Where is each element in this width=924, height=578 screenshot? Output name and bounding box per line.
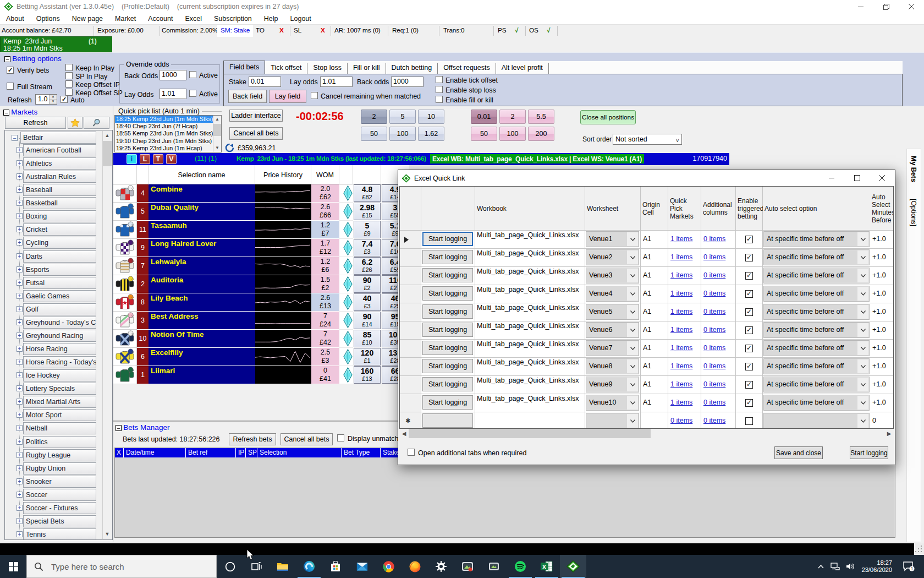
- start-logging-button[interactable]: Start logging: [422, 395, 473, 410]
- taskbar-icon-betting-assistant[interactable]: [560, 555, 586, 578]
- my-bets-panel[interactable]: My Bets [Options]: [906, 149, 921, 542]
- chevron-down-icon[interactable]: [857, 305, 868, 319]
- start-logging-button[interactable]: Start logging: [422, 377, 473, 391]
- spin-up[interactable]: ▲: [50, 95, 57, 100]
- taskbar-icon-capture2[interactable]: [481, 555, 507, 578]
- dialog-start-logging-button[interactable]: Start logging: [850, 446, 888, 459]
- taskbar-icon-cortana[interactable]: [217, 555, 243, 578]
- sidebar-item-soccer-fixtures[interactable]: Soccer - Fixtures: [23, 502, 96, 514]
- row-selector[interactable]: [400, 267, 421, 285]
- taskbar-icon-chrome[interactable]: [375, 555, 402, 578]
- enable-fill-or-kill-checkbox[interactable]: [436, 96, 443, 103]
- sidebar-item-special-bets[interactable]: Special Bets: [23, 515, 96, 527]
- chevron-down-icon[interactable]: [627, 232, 638, 246]
- quick-pick-markets-link[interactable]: 1 items: [670, 399, 692, 406]
- minutes-before-cell[interactable]: +1.0: [870, 358, 894, 376]
- taskbar-icon-excel[interactable]: X: [534, 555, 560, 578]
- info-bar-button-v[interactable]: V: [166, 154, 177, 164]
- sidebar-item-darts[interactable]: Darts: [23, 250, 96, 263]
- worksheet-select[interactable]: Venue6: [586, 322, 639, 338]
- cancel-all-bets-button[interactable]: Cancel all bets: [229, 127, 283, 140]
- sidebar-item-rugby-union[interactable]: Rugby Union: [23, 462, 96, 475]
- selection-name[interactable]: Long Haired Lover: [148, 239, 255, 257]
- expand-icon[interactable]: +: [16, 253, 23, 259]
- chevron-down-icon[interactable]: [857, 396, 868, 410]
- betting-options-collapse[interactable]: – Betting options: [4, 54, 62, 63]
- origin-cell[interactable]: A1: [641, 303, 668, 321]
- back-active-checkbox[interactable]: [189, 71, 196, 78]
- dialog-close-button[interactable]: [870, 170, 895, 186]
- origin-cell[interactable]: A1: [641, 267, 668, 285]
- row-selector[interactable]: [400, 303, 421, 321]
- tab-alt-level-profit[interactable]: Alt level profit: [496, 63, 549, 74]
- sidebar-item-golf[interactable]: Golf: [23, 303, 96, 315]
- selection-name[interactable]: Best Address: [148, 312, 255, 330]
- sidebar-item-motor-sport[interactable]: Motor Sport: [23, 409, 96, 421]
- scroll-down-icon[interactable]: ▼: [103, 530, 112, 539]
- origin-cell[interactable]: A1: [641, 358, 668, 376]
- collapse-icon[interactable]: –: [12, 135, 18, 141]
- additional-columns-link[interactable]: 0 items: [703, 290, 725, 297]
- sm-stake[interactable]: SM: Stake: [217, 25, 253, 37]
- lay-stake-button-200[interactable]: 200: [528, 127, 554, 141]
- row-selector[interactable]: [400, 340, 421, 358]
- chevron-down-icon[interactable]: [627, 305, 638, 319]
- taskbar-clock[interactable]: 18:27 23/06/2020: [857, 555, 892, 578]
- start-logging-button[interactable]: Start logging: [422, 323, 473, 337]
- sidebar-item-greyhound-racing[interactable]: Greyhound Racing: [23, 330, 96, 342]
- enable-triggered-betting-checkbox[interactable]: ✓: [745, 345, 753, 352]
- field-back-odds-input[interactable]: 1000: [391, 77, 424, 87]
- quick-pick-scrollbar[interactable]: ▲ ▼: [213, 116, 221, 152]
- sidebar-item-cycling[interactable]: Cycling: [23, 237, 96, 249]
- search-markets-button[interactable]: [84, 117, 109, 129]
- chevron-down-icon[interactable]: [857, 323, 868, 337]
- bets-manager-section[interactable]: – Bets Manager: [116, 423, 169, 432]
- chevron-down-icon[interactable]: [857, 250, 868, 264]
- expand-icon[interactable]: +: [16, 200, 23, 206]
- back-price-button[interactable]: 85£10: [354, 330, 381, 347]
- verify-bets-checkbox[interactable]: [7, 67, 14, 74]
- chevron-down-icon[interactable]: [627, 359, 638, 373]
- expand-icon[interactable]: +: [16, 425, 23, 431]
- workbook-cell[interactable]: Multi_tab_page_Quick_Links.xlsx: [475, 303, 585, 321]
- field-lay-odds-input[interactable]: 1.01: [320, 77, 353, 87]
- volume-icon[interactable]: [843, 555, 858, 578]
- enable-tick-offset-checkbox[interactable]: [436, 76, 443, 83]
- additional-columns-link[interactable]: 0 items: [703, 380, 725, 388]
- additional-columns-link[interactable]: 0 items: [703, 235, 725, 243]
- origin-cell[interactable]: A1: [641, 321, 668, 340]
- dialog-maximize-button[interactable]: [844, 170, 870, 186]
- chevron-down-icon[interactable]: [857, 341, 868, 355]
- menu-excel[interactable]: Excel: [179, 15, 208, 23]
- cancel-remaining-checkbox[interactable]: [311, 92, 318, 99]
- additional-columns-link[interactable]: 0 items: [703, 308, 725, 315]
- expand-icon[interactable]: +: [16, 293, 23, 299]
- additional-columns-link[interactable]: 0 items: [703, 326, 725, 334]
- expand-icon[interactable]: +: [16, 332, 23, 339]
- workbook-cell[interactable]: Multi_tab_page_Quick_Links.xlsx: [475, 267, 585, 285]
- minutes-before-cell[interactable]: +1.0: [870, 340, 894, 358]
- expand-icon[interactable]: +: [16, 385, 23, 391]
- chevron-down-icon[interactable]: [627, 341, 638, 355]
- taskbar-icon-settings[interactable]: [428, 555, 454, 578]
- stake-input[interactable]: 0.01: [249, 77, 281, 87]
- worksheet-select[interactable]: Venue9: [586, 377, 639, 392]
- origin-cell[interactable]: A1: [641, 249, 668, 267]
- back-price-button[interactable]: 6.2£26: [354, 257, 381, 275]
- menu-help[interactable]: Help: [258, 15, 284, 23]
- spin-down[interactable]: ▼: [50, 100, 57, 105]
- workbook-cell[interactable]: Multi_tab_page_Quick_Links.xlsx: [475, 249, 585, 267]
- start-logging-button[interactable]: Start logging: [422, 268, 473, 282]
- row-selector[interactable]: [400, 249, 421, 267]
- minutes-before-cell[interactable]: +1.0: [870, 249, 894, 267]
- back-price-cell[interactable]: 120£1: [353, 348, 381, 366]
- save-and-close-button[interactable]: Save and close: [774, 446, 823, 459]
- refresh-market-icon[interactable]: [225, 143, 234, 152]
- expand-icon[interactable]: +: [16, 239, 23, 246]
- chevron-down-icon[interactable]: [627, 414, 638, 428]
- menu-logout[interactable]: Logout: [284, 15, 317, 23]
- ladder-interface-button[interactable]: Ladder interface: [229, 110, 283, 122]
- taskbar-icon-edge[interactable]: [296, 555, 322, 578]
- scroll-right-icon[interactable]: ▶: [884, 429, 894, 438]
- back-price-button[interactable]: 5£9: [354, 221, 381, 238]
